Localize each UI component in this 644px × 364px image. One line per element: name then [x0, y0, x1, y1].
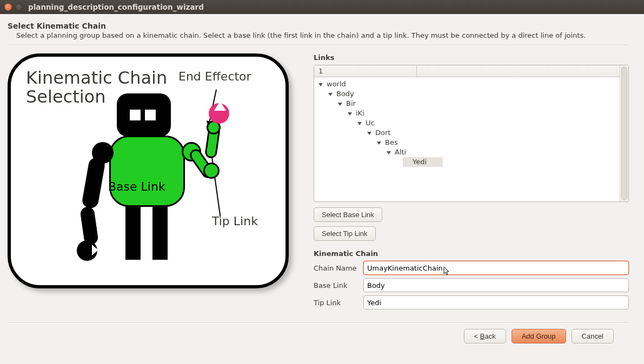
chain-name-input[interactable] — [363, 261, 629, 275]
robot-illustration: Kinematic Chain Selection End Effector T… — [8, 53, 289, 288]
window-titlebar: planning_description_configuration_wizar… — [0, 0, 644, 14]
links-tree[interactable]: 1 world Body Bir iKi Uc Dort — [314, 65, 629, 202]
window-title: planning_description_configuration_wizar… — [28, 3, 204, 11]
select-tip-link-button[interactable]: Select Tip Link — [314, 226, 376, 241]
tree-node-yedi[interactable]: Yedi — [396, 157, 619, 167]
page-title: Select Kinematic Chain — [8, 22, 629, 30]
base-link-input[interactable] — [363, 278, 629, 292]
tree-column-header[interactable]: 1 — [314, 65, 417, 77]
illus-title-2: Selection — [26, 86, 105, 107]
page-description: Select a planning group based on a kinem… — [16, 31, 629, 39]
tree-header: 1 — [314, 65, 620, 77]
scrollbar[interactable] — [620, 65, 628, 201]
end-effector-label: End Effector — [178, 70, 251, 83]
tip-link-label: Tip Link — [212, 214, 258, 228]
add-group-button[interactable]: Add Group — [512, 329, 566, 343]
tree-node-body[interactable]: Body Bir iKi Uc Dort Bes Alti Ye — [328, 89, 619, 167]
kinematic-chain-heading: Kinematic Chain — [314, 250, 629, 258]
illus-title-1: Kinematic Chain — [26, 68, 167, 88]
tree-node-dort[interactable]: Dort Bes Alti Yedi — [367, 128, 619, 167]
select-base-link-button[interactable]: Select Base Link — [314, 207, 382, 222]
divider — [8, 322, 629, 323]
tree-node-iki[interactable]: iKi Uc Dort Bes Alti Yedi — [348, 109, 619, 167]
cancel-button[interactable]: Cancel — [572, 329, 614, 343]
tree-node-bir[interactable]: Bir iKi Uc Dort Bes Alti Yedi — [338, 99, 619, 167]
divider — [8, 45, 629, 46]
minimize-window-icon[interactable] — [15, 3, 23, 11]
arrow-icon — [211, 152, 221, 216]
tree-node-alti[interactable]: Alti Yedi — [387, 147, 619, 167]
footer-buttons: < Back Add Group Cancel — [8, 329, 629, 343]
back-button[interactable]: < Back — [464, 329, 506, 343]
chain-name-label: Chain Name — [314, 264, 363, 272]
tip-link-input[interactable] — [363, 295, 629, 309]
illustration-panel: Kinematic Chain Selection End Effector T… — [8, 53, 300, 313]
tree-node-uc[interactable]: Uc Dort Bes Alti Yedi — [357, 118, 619, 167]
tip-link-field-label: Tip Link — [314, 299, 363, 307]
base-link-label: Base Link — [108, 180, 165, 193]
base-link-field-label: Base Link — [314, 281, 363, 289]
close-window-icon[interactable] — [4, 3, 12, 11]
tree-node-bes[interactable]: Bes Alti Yedi — [377, 138, 619, 167]
tree-node-world[interactable]: world Body Bir iKi Uc Dort Bes Alti — [318, 79, 619, 167]
links-heading: Links — [314, 53, 629, 62]
